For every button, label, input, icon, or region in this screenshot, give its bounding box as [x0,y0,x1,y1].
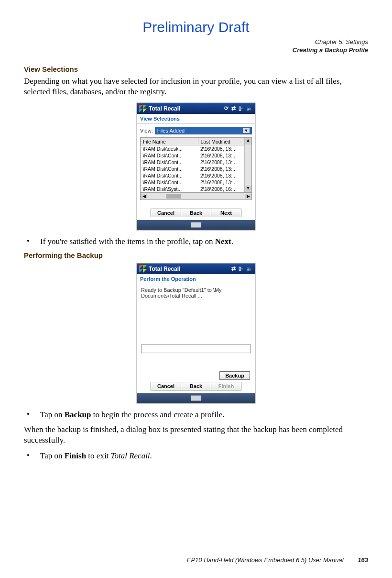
button-row-2: Cancel Back Finish [137,381,255,393]
chapter-header: Chapter 5: Settings Creating a Backup Pr… [24,38,368,55]
table-row[interactable]: \RAM Disk\Cont...2\16\2008, 13:... [141,159,251,166]
bullet-mark-2: • [24,410,40,420]
network-icon: ⇄ [231,105,236,111]
col-last-modified[interactable]: Last Modified [198,138,251,145]
scroll-right-icon[interactable]: ▶ [245,194,251,199]
cell-file-name: \RAM Disk\Cont... [141,152,198,159]
bullet1-pre: If you're satisfied with the items in th… [40,237,215,246]
cell-file-name: \RAM Disk\Cont... [141,166,198,172]
cell-last-modified: 2\16\2008, 13:... [198,145,251,152]
sync-icon: ⟳ [224,105,229,111]
device-2: Total Recall ⇄ ▯◦ 🔈 Perform the Operatio… [137,263,255,403]
bullet-next: • If you're satisfied with the items in … [24,237,368,246]
file-table: File Name Last Modified \RAM Disk\desk..… [141,138,251,192]
chevron-down-icon[interactable]: ▼ [243,128,250,133]
view-row: View: Files Added ▼ [137,124,255,137]
heading-view-selections: View Selections [24,65,368,73]
table-row[interactable]: \RAM Disk\Cont...2\16\2008, 13:... [141,172,251,179]
progress-bar [141,345,251,353]
vertical-scrollbar[interactable]: ▲ ▼ [244,138,251,192]
cell-last-modified: 2\16\2008, 13:... [198,179,251,186]
cell-file-name: \RAM Disk\Syst... [141,186,198,192]
bullet-text-finish: Tap on Finish to exit Total Recall. [40,451,368,461]
table-row[interactable]: \RAM Disk\Syst...2\18\2008, 16:... [141,186,251,192]
volume-icon[interactable]: 🔈 [246,105,253,111]
bullet1-bold: Next [215,237,231,246]
cell-last-modified: 2\16\2008, 13:... [198,172,251,179]
table-row[interactable]: \RAM Disk\Cont...2\16\2008, 13:... [141,166,251,172]
bullet2-pre: Tap on [40,410,65,419]
page-number: 163 [358,556,368,564]
file-table-wrap: File Name Last Modified \RAM Disk\desk..… [140,137,252,193]
scroll-left-icon[interactable]: ◀ [141,194,147,199]
draft-banner: Preliminary Draft [24,19,368,35]
next-button-1[interactable]: Next [211,209,241,217]
backup-btn-row: Backup [137,369,255,381]
signal-icon-2: ▯◦ [239,266,243,272]
backup-button[interactable]: Backup [219,371,250,380]
scroll-thumb[interactable] [166,194,181,199]
start-icon[interactable] [139,105,147,112]
footer-text: EP10 Hand-Held (Windows Embedded 6.5) Us… [187,556,344,564]
chapter-line-1: Chapter 5: Settings [24,38,368,46]
screenshot-perform-operation: Total Recall ⇄ ▯◦ 🔈 Perform the Operatio… [24,263,368,403]
backup-message: Ready to Backup "Default1" to \My Docume… [137,284,255,338]
screenshot-view-selections: Total Recall ⟳ ⇄ ▯◦ 🔈 View Selections Vi… [24,103,368,230]
bottombar-1 [137,220,255,230]
bullet1-post: . [231,237,233,246]
bullet-mark-3: • [24,451,40,461]
table-row[interactable]: \RAM Disk\desk...2\16\2008, 13:... [141,145,251,152]
cancel-button-1[interactable]: Cancel [151,209,181,217]
bullet-finish: • Tap on Finish to exit Total Recall. [24,451,368,461]
back-button-2[interactable]: Back [181,382,211,390]
bullet3-mid: to exit [86,451,110,460]
bullet-text-next: If you're satisfied with the items in th… [40,237,368,246]
cell-file-name: \RAM Disk\Cont... [141,159,198,166]
app-title-1: Total Recall [149,105,224,112]
device-1: Total Recall ⟳ ⇄ ▯◦ 🔈 View Selections Vi… [137,103,255,230]
bottombar-2 [137,393,255,403]
bullet3-pre: Tap on [40,451,65,460]
horizontal-scrollbar[interactable]: ◀ ▶ [140,193,252,200]
signal-icon: ▯◦ [239,105,243,111]
bullet-text-backup: Tap on Backup to begin the process and c… [40,410,368,420]
para-after-backup: When the backup is finished, a dialog bo… [24,424,368,445]
para-view-selections: Depending on what you have selected for … [24,76,368,97]
status-icons-2: ⇄ ▯◦ 🔈 [231,266,253,272]
view-dropdown[interactable]: Files Added ▼ [155,127,252,134]
network-icon-2: ⇄ [231,266,236,272]
col-file-name[interactable]: File Name [141,138,198,145]
scroll-track[interactable] [147,194,245,199]
cell-last-modified: 2\16\2008, 13:... [198,166,251,172]
bullet3-post: . [150,451,152,460]
button-row-1: Cancel Back Next [137,200,255,220]
heading-performing-backup: Performing the Backup [24,251,368,259]
cell-last-modified: 2\16\2008, 13:... [198,159,251,166]
cell-file-name: \RAM Disk\Cont... [141,172,198,179]
back-button-1[interactable]: Back [181,209,211,217]
titlebar-2: Total Recall ⇄ ▯◦ 🔈 [137,264,255,274]
scroll-down-icon[interactable]: ▼ [245,186,251,192]
scroll-up-icon[interactable]: ▲ [245,138,251,144]
keyboard-icon-2[interactable] [191,395,201,401]
cell-file-name: \RAM Disk\desk... [141,145,198,152]
cell-last-modified: 2\16\2008, 13:... [198,152,251,159]
view-label: View: [140,128,153,133]
titlebar-1: Total Recall ⟳ ⇄ ▯◦ 🔈 [137,103,255,114]
dropdown-value: Files Added [157,128,185,133]
bullet2-bold: Backup [65,410,91,419]
status-icons-1: ⟳ ⇄ ▯◦ 🔈 [224,105,253,111]
table-row[interactable]: \RAM Disk\Cont...2\16\2008, 13:... [141,179,251,186]
cancel-button-2[interactable]: Cancel [151,382,181,390]
table-row[interactable]: \RAM Disk\Cont...2\16\2008, 13:... [141,152,251,159]
start-icon-2[interactable] [139,265,147,273]
subtitle-2: Perform the Operation [137,274,255,284]
app-title-2: Total Recall [149,266,231,272]
bullet-backup: • Tap on Backup to begin the process and… [24,410,368,420]
volume-icon-2[interactable]: 🔈 [246,266,253,272]
bullet3-bold: Finish [65,451,86,460]
bullet-mark: • [24,237,40,246]
chapter-line-2: Creating a Backup Profile [24,46,368,55]
keyboard-icon[interactable] [191,222,201,228]
cell-last-modified: 2\18\2008, 16:... [198,186,251,192]
